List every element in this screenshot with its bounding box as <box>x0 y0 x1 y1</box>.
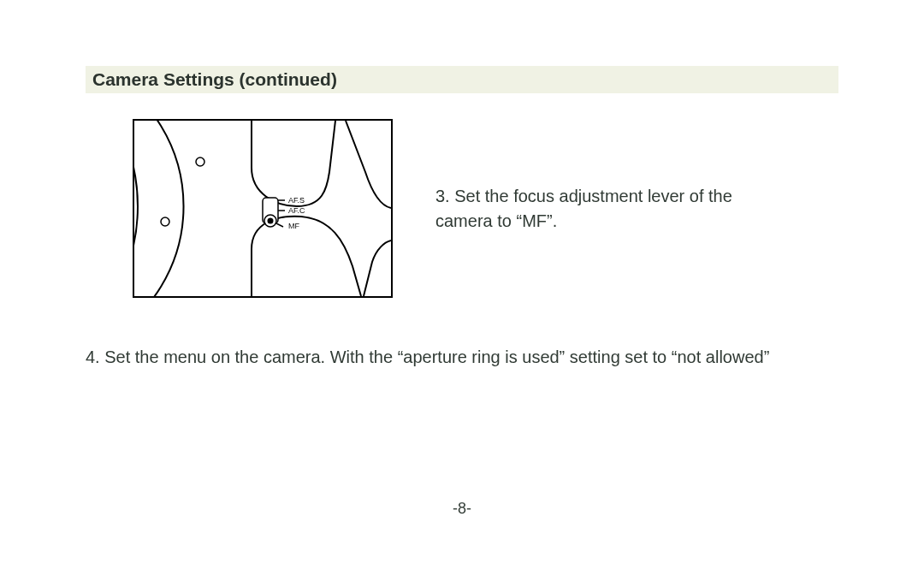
step-3-text: 3. Set the focus adjustment lever of the… <box>435 184 743 234</box>
focus-lever-diagram: AF.S AF.C MF <box>133 119 393 298</box>
svg-point-1 <box>161 217 169 226</box>
label-afc: AF.C <box>288 206 305 215</box>
section-header: Camera Settings (continued) <box>86 66 838 93</box>
label-afs: AF.S <box>288 196 305 205</box>
focus-lever-illustration: AF.S AF.C MF <box>134 121 391 296</box>
step-4-text: 4. Set the menu on the camera. With the … <box>86 345 838 370</box>
page-number: -8- <box>0 500 924 518</box>
svg-point-0 <box>196 157 204 166</box>
manual-page: Camera Settings (continued) <box>0 0 924 588</box>
section-title: Camera Settings (continued) <box>92 69 337 89</box>
label-mf: MF <box>288 222 299 230</box>
step-3-row: AF.S AF.C MF 3. Set the focus adjustment… <box>133 119 838 298</box>
svg-point-4 <box>268 218 274 224</box>
